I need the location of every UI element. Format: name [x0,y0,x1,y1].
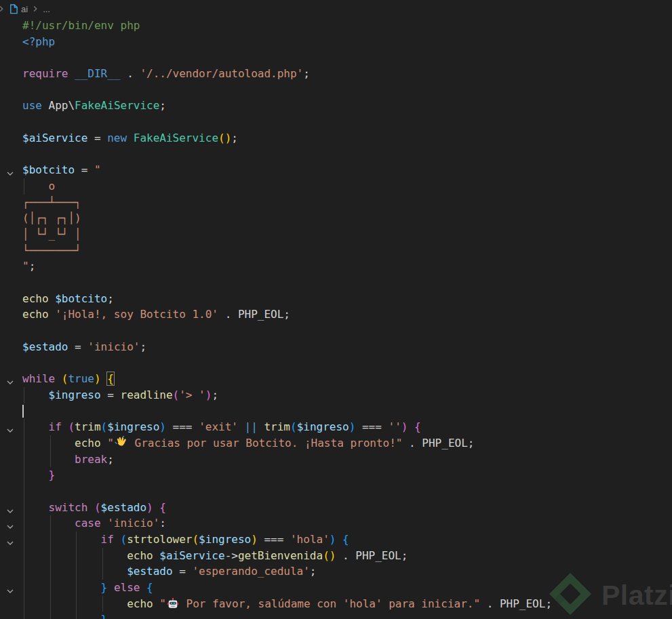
code-line[interactable]: │ └┘_└┘ │ [0,226,672,243]
code-line[interactable]: (│┌┐ ┌┐│) [0,210,672,226]
code-line[interactable]: use App\FakeAiService; [0,98,672,114]
code-area[interactable]: #!/usr/bin/env php<?phprequire __DIR__ .… [0,18,672,619]
code-token: { [342,533,349,546]
fold-chevron-icon[interactable] [6,519,14,527]
code-token: === [355,420,388,433]
code-line[interactable] [0,483,672,500]
fold-chevron-icon[interactable] [6,504,14,512]
code-token: #!/usr/bin/env php [22,19,140,32]
indent-guide [102,548,103,564]
code-token: ) [401,420,408,433]
fold-chevron-icon[interactable] [6,375,14,383]
code-token: " [94,163,101,176]
code-token: $botcito [22,163,75,176]
code-token: $ingreso [49,388,101,401]
code-token: trim [264,420,290,433]
code-line[interactable] [0,49,672,66]
indent-guide [76,596,77,612]
code-line[interactable]: echo " Gracias por usar Botcito. ¡Hasta … [0,435,672,452]
indent-guide [24,580,24,596]
code-line[interactable]: echo " Por favor, salúdame con 'hola' pa… [0,596,672,612]
code-line[interactable] [0,114,672,130]
code-line[interactable] [0,403,672,420]
code-line[interactable]: $aiService = new FakeAiService(); [0,130,672,146]
code-token: ) [251,533,258,546]
code-line[interactable]: ┌───┴───┐ [0,195,672,211]
breadcrumb-item-symbol[interactable]: ... [43,4,50,14]
code-line[interactable]: o [0,178,672,195]
code-line[interactable]: echo $aiService->getBienvenida() . PHP_E… [0,548,672,564]
fold-chevron-icon[interactable] [6,423,14,431]
code-token: = [101,388,121,401]
code-line[interactable] [0,82,672,98]
code-line[interactable] [0,146,672,163]
code-token [22,501,49,514]
code-line[interactable] [0,323,672,339]
code-line[interactable]: } [0,612,672,619]
indent-guide [24,515,24,532]
code-token [22,597,127,610]
indent-guide [102,563,103,580]
code-line[interactable]: switch ($estado) { [0,500,672,516]
code-token: '' [389,420,401,433]
text-cursor [22,405,24,418]
code-token: $estado [101,501,146,514]
code-line[interactable]: echo $botcito; [0,291,672,307]
code-line[interactable]: $estado = 'inicio'; [0,339,672,355]
code-line[interactable]: if (strtolower($ingreso) === 'hola') { [0,532,672,548]
indent-guide [50,532,51,548]
code-line[interactable]: $botcito = " [0,162,672,178]
code-token: ; [303,67,310,80]
code-line[interactable]: #!/usr/bin/env php [0,18,672,34]
fold-chevron-icon[interactable] [6,166,14,174]
indent-guide [24,532,24,548]
code-token: ; [29,260,36,273]
code-line[interactable]: break; [0,452,672,468]
code-token: ┌───┴───┐ [22,196,81,209]
code-token: $ingreso [199,533,251,546]
code-token: $estado [127,565,172,578]
code-token: === [166,420,199,433]
code-token: ; [107,292,114,305]
code-line[interactable] [0,275,672,291]
code-line[interactable]: └───────┘ [0,243,672,259]
code-token [101,517,108,530]
code-token: $ingreso [107,420,159,433]
code-token [140,581,146,594]
code-token: } [101,581,108,594]
code-token: ) [94,372,101,385]
fold-chevron-icon[interactable] [6,536,14,544]
indent-guide [24,387,24,403]
code-token: ) [330,533,336,546]
code-token: echo [127,549,153,562]
code-token [22,613,101,619]
code-line[interactable] [0,355,672,371]
code-line[interactable]: } [0,467,672,483]
breadcrumb-item-file[interactable]: ai [9,4,28,14]
code-token [153,501,160,514]
code-line[interactable]: echo '¡Hola!, soy Botcito 1.0' . PHP_EOL… [0,306,672,323]
code-line[interactable]: while (true) { [0,371,672,387]
code-line[interactable]: if (trim($ingreso) === 'exit' || trim($i… [0,419,672,435]
code-token: if [49,420,62,433]
code-token: ( [192,533,199,546]
code-line[interactable]: } else { [0,580,672,596]
code-token [49,308,56,321]
indent-guide [50,612,51,619]
code-token: . PHP_EOL; [336,549,408,562]
indent-guide [24,563,24,580]
code-line[interactable]: "; [0,258,672,275]
code-line[interactable]: $ingreso = readline('> '); [0,387,672,403]
code-token: ( [290,420,297,433]
code-token: " [107,437,114,450]
fold-chevron-icon[interactable] [6,584,14,592]
code-line[interactable]: $estado = 'esperando_cedula'; [0,563,672,580]
code-line[interactable]: case 'inicio': [0,515,672,532]
code-token [22,388,49,401]
code-line[interactable]: require __DIR__ . '/../vendor/autoload.p… [0,66,672,82]
code-token: o [22,180,55,193]
code-token: 'inicio' [107,517,159,530]
code-line[interactable]: <?php [0,34,672,50]
code-token: ; [231,132,238,144]
code-token: echo [22,292,49,305]
